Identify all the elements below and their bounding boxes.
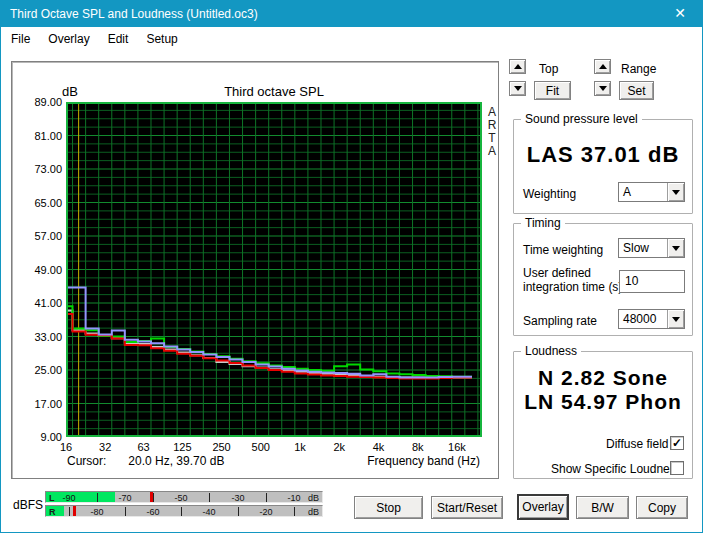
stop-button[interactable]: Stop bbox=[354, 496, 423, 519]
menu-item-file[interactable]: File bbox=[2, 29, 39, 49]
x-axis-title: Frequency band (Hz) bbox=[367, 454, 480, 468]
dropdown-button[interactable] bbox=[667, 183, 684, 201]
top-spin-down-button[interactable] bbox=[509, 81, 526, 96]
dropdown-arrow-icon bbox=[672, 317, 680, 322]
spectrum-plot[interactable] bbox=[66, 102, 482, 437]
y-tick-label: 33.00 bbox=[14, 331, 62, 343]
top-label: Top bbox=[539, 62, 558, 76]
y-tick-label: 41.00 bbox=[14, 297, 62, 309]
overlay-button[interactable]: Overlay bbox=[517, 494, 569, 520]
cursor-label: Cursor: bbox=[67, 454, 106, 468]
meter-tick bbox=[266, 493, 267, 502]
meter-tick bbox=[294, 507, 295, 516]
spin-down-icon bbox=[514, 86, 522, 91]
x-tick-label: 250 bbox=[204, 441, 240, 453]
y-tick-label: 65.00 bbox=[14, 197, 62, 209]
bw-button[interactable]: B/W bbox=[576, 496, 629, 519]
show-specific-loudness-checkbox[interactable] bbox=[670, 461, 684, 475]
time-weighting-combobox[interactable]: Slow bbox=[618, 238, 685, 258]
window-title: Third Octave SPL and Loudness (Untitled.… bbox=[10, 7, 258, 21]
range-spin-down-button[interactable] bbox=[594, 81, 611, 96]
weighting-value: A bbox=[619, 183, 667, 201]
sampling-rate-combobox[interactable]: 48000 bbox=[618, 309, 685, 329]
meter-scale-number: -10 bbox=[287, 493, 300, 503]
y-tick-label: 49.00 bbox=[14, 264, 62, 276]
meter-tick bbox=[209, 493, 210, 502]
arta-watermark: ARTA bbox=[486, 106, 498, 158]
copy-button[interactable]: Copy bbox=[636, 496, 688, 519]
fit-button[interactable]: Fit bbox=[534, 81, 571, 100]
meter-channel-label: L bbox=[49, 493, 55, 503]
timing-group-title: Timing bbox=[521, 216, 565, 230]
copy-button-label: Copy bbox=[648, 501, 676, 515]
diffuse-field-checkbox[interactable]: ✓ bbox=[670, 436, 684, 450]
weighting-combobox[interactable]: A bbox=[618, 182, 685, 202]
meter-row-r: -80-60-40-20RdB bbox=[45, 505, 323, 517]
start-reset-button-label: Start/Reset bbox=[437, 501, 497, 515]
timing-groupbox: Timing Time weighting Slow User defined … bbox=[513, 223, 693, 336]
sampling-rate-value: 48000 bbox=[619, 310, 667, 328]
y-tick-label: 25.00 bbox=[14, 364, 62, 376]
x-tick-label: 500 bbox=[243, 441, 279, 453]
titlebar[interactable]: Third Octave SPL and Loudness (Untitled.… bbox=[1, 1, 702, 27]
integration-time-input[interactable]: 10 bbox=[619, 270, 685, 293]
meter-scale-number: -30 bbox=[231, 493, 244, 503]
diffuse-field-label: Diffuse field bbox=[606, 437, 668, 451]
stop-button-label: Stop bbox=[376, 501, 401, 515]
spin-down-icon bbox=[599, 86, 607, 91]
x-tick-label: 32 bbox=[87, 441, 123, 453]
spin-up-icon bbox=[514, 64, 522, 69]
meter-scale-number: -40 bbox=[202, 507, 215, 517]
loudness-ln-value: LN 54.97 Phon bbox=[514, 390, 692, 414]
y-tick-label: 73.00 bbox=[14, 163, 62, 175]
loudness-groupbox: Loudness N 2.82 Sone LN 54.97 Phon Diffu… bbox=[513, 351, 693, 479]
meter-unit-label: dB bbox=[308, 507, 319, 517]
chart-title: Third octave SPL bbox=[66, 84, 482, 99]
meter-tick bbox=[153, 493, 154, 502]
dropdown-button[interactable] bbox=[667, 239, 684, 257]
range-spin-up-button[interactable] bbox=[594, 59, 611, 74]
meter-tick bbox=[125, 507, 126, 516]
loudness-n-value: N 2.82 Sone bbox=[514, 366, 692, 390]
x-tick-label: 2k bbox=[321, 441, 357, 453]
y-tick-label: 17.00 bbox=[14, 398, 62, 410]
meter-tick bbox=[97, 493, 98, 502]
level-meters: -90-70-50-30-10LdB-80-60-40-20RdB bbox=[45, 491, 325, 519]
set-button-label: Set bbox=[627, 84, 645, 98]
meter-tick bbox=[69, 507, 70, 516]
meter-tick bbox=[238, 507, 239, 516]
range-label: Range bbox=[621, 62, 656, 76]
y-tick-label: 57.00 bbox=[14, 230, 62, 242]
arta-letter: A bbox=[486, 145, 498, 158]
cursor-value: 20.0 Hz, 39.70 dB bbox=[128, 454, 224, 468]
client-area: dB Third octave SPL 89.0081.0073.0065.00… bbox=[1, 51, 703, 533]
dropdown-arrow-icon bbox=[672, 190, 680, 195]
dropdown-button[interactable] bbox=[667, 310, 684, 328]
close-icon[interactable]: ✕ bbox=[674, 5, 686, 21]
spl-group-title: Sound pressure level bbox=[521, 112, 642, 126]
meter-unit-label: dB bbox=[308, 493, 319, 503]
loudness-group-title: Loudness bbox=[521, 344, 581, 358]
meter-scale-number: -20 bbox=[259, 507, 272, 517]
meter-tick bbox=[181, 507, 182, 516]
meter-scale-number: -80 bbox=[90, 507, 103, 517]
time-weighting-label: Time weighting bbox=[523, 243, 603, 257]
start-reset-button[interactable]: Start/Reset bbox=[431, 496, 503, 519]
sampling-rate-label: Sampling rate bbox=[523, 314, 597, 328]
top-spin-up-button[interactable] bbox=[509, 59, 526, 74]
meter-fill bbox=[46, 492, 115, 502]
menu-item-setup[interactable]: Setup bbox=[137, 29, 186, 49]
meter-scale-number: -50 bbox=[174, 493, 187, 503]
x-tick-label: 8k bbox=[400, 441, 436, 453]
x-tick-label: 16k bbox=[439, 441, 475, 453]
dbfs-label: dBFS bbox=[13, 498, 43, 512]
menu-item-edit[interactable]: Edit bbox=[99, 29, 138, 49]
meter-scale-number: -70 bbox=[118, 493, 131, 503]
x-tick-label: 16 bbox=[48, 441, 84, 453]
set-button[interactable]: Set bbox=[619, 81, 654, 100]
spl-groupbox: Sound pressure level LAS 37.01 dB Weight… bbox=[513, 119, 693, 214]
x-tick-label: 4k bbox=[360, 441, 396, 453]
menu-item-overlay[interactable]: Overlay bbox=[39, 29, 98, 49]
show-specific-loudness-label: Show Specific Loudness bbox=[551, 462, 682, 476]
meter-channel-label: R bbox=[49, 507, 56, 517]
